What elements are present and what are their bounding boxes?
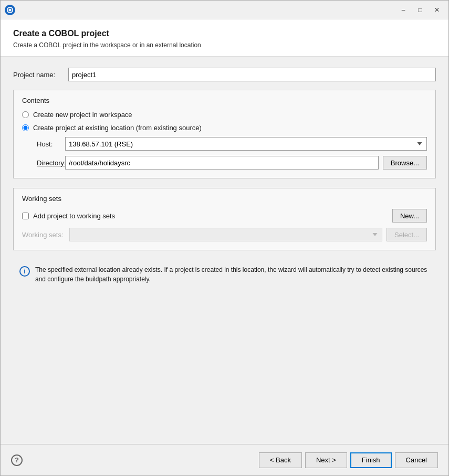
working-sets-dropdown	[69, 228, 382, 241]
new-working-set-button[interactable]: New...	[392, 209, 427, 223]
svg-point-2	[8, 8, 11, 11]
radio-workspace-label[interactable]: Create new project in workspace	[33, 111, 132, 119]
finish-button[interactable]: Finish	[350, 452, 392, 468]
working-sets-group: Working sets Add project to working sets…	[13, 188, 436, 250]
select-working-set-button: Select...	[387, 228, 427, 241]
working-sets-label: Working sets:	[22, 231, 69, 239]
info-text: The specified external location already …	[35, 265, 430, 284]
project-name-row: Project name:	[13, 68, 436, 81]
window-controls: – □ ✕	[396, 4, 444, 16]
project-name-label: Project name:	[13, 71, 68, 79]
radio-existing[interactable]	[22, 124, 29, 131]
radio-existing-row: Create project at existing location (fro…	[22, 124, 427, 132]
info-icon: i	[19, 266, 30, 277]
cancel-button[interactable]: Cancel	[395, 452, 438, 468]
dialog-footer: ? < Back Next > Finish Cancel	[1, 444, 448, 475]
browse-button[interactable]: Browse...	[383, 156, 427, 170]
close-button[interactable]: ✕	[430, 4, 444, 16]
add-to-working-sets-row: Add project to working sets New...	[22, 209, 427, 223]
radio-existing-label[interactable]: Create project at existing location (fro…	[33, 124, 202, 132]
directory-row: Directory: Browse...	[22, 156, 427, 170]
maximize-button[interactable]: □	[413, 4, 427, 16]
dialog-body: Project name: Contents Create new projec…	[1, 57, 448, 444]
host-dropdown[interactable]: 138.68.57.101 (RSE)	[65, 137, 427, 151]
add-working-sets-label[interactable]: Add project to working sets	[33, 212, 388, 220]
project-name-input[interactable]	[68, 68, 436, 81]
dialog-header: Create a COBOL project Create a COBOL pr…	[1, 19, 448, 57]
working-sets-title: Working sets	[22, 195, 427, 203]
help-icon[interactable]: ?	[11, 454, 23, 466]
back-button[interactable]: < Back	[259, 452, 302, 468]
contents-group-title: Contents	[22, 97, 427, 104]
app-icon	[5, 5, 15, 15]
minimize-button[interactable]: –	[396, 4, 411, 16]
contents-group: Contents Create new project in workspace…	[13, 90, 436, 178]
next-button[interactable]: Next >	[305, 452, 347, 468]
dialog-window: – □ ✕ Create a COBOL project Create a CO…	[0, 0, 449, 476]
radio-workspace[interactable]	[22, 111, 29, 118]
dialog-title: Create a COBOL project	[13, 29, 436, 38]
host-label: Host:	[22, 140, 65, 148]
info-box: i The specified external location alread…	[13, 260, 436, 289]
working-sets-select-row: Working sets: Select...	[22, 228, 427, 241]
host-row: Host: 138.68.57.101 (RSE)	[22, 137, 427, 151]
directory-input[interactable]	[65, 156, 379, 170]
radio-workspace-row: Create new project in workspace	[22, 111, 427, 119]
title-bar: – □ ✕	[1, 1, 448, 19]
dialog-subtitle: Create a COBOL project in the workspace …	[13, 41, 436, 49]
add-working-sets-checkbox[interactable]	[22, 213, 29, 219]
directory-label: Directory:	[22, 159, 65, 167]
